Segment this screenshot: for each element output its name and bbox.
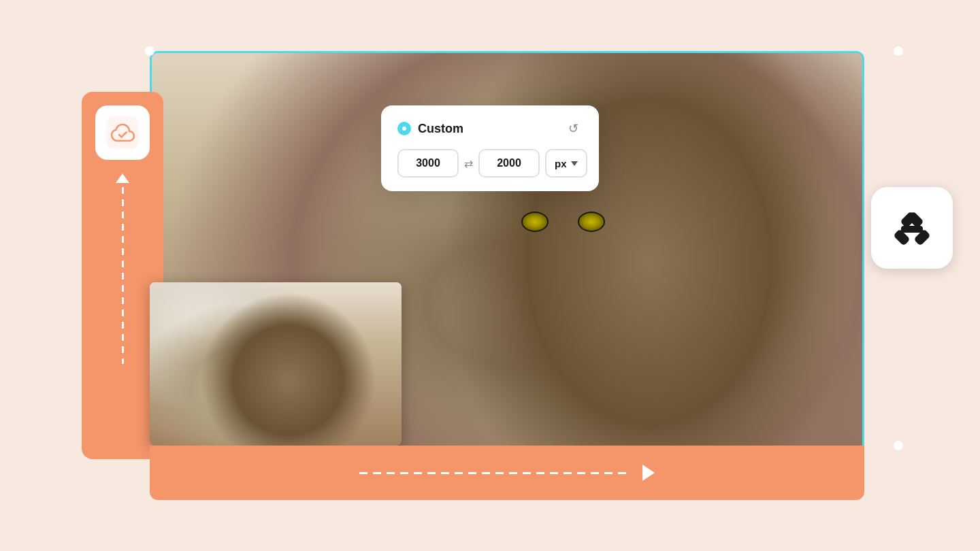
thumbnail-image bbox=[150, 282, 402, 446]
svg-rect-0 bbox=[106, 116, 139, 149]
chevron-down-icon bbox=[571, 161, 578, 166]
thumbnail-gradient bbox=[150, 282, 402, 446]
radio-dot-inner bbox=[402, 127, 406, 131]
reset-icon[interactable]: ↺ bbox=[564, 119, 583, 138]
link-icon: ⇄ bbox=[464, 157, 473, 170]
dashed-line-horizontal bbox=[359, 472, 632, 474]
corner-dot-top-left bbox=[145, 46, 154, 56]
resize-popup: Custom ↺ ⇄ px bbox=[381, 105, 599, 191]
custom-radio-button[interactable] bbox=[397, 122, 411, 135]
popup-title-row: Custom bbox=[397, 122, 463, 136]
corner-dot-top-right bbox=[894, 46, 903, 56]
popup-inputs: ⇄ px bbox=[397, 149, 583, 178]
cloud-upload-icon-box[interactable] bbox=[95, 105, 150, 160]
capcut-logo-box bbox=[871, 187, 953, 269]
bottom-bar bbox=[150, 446, 864, 500]
dashed-line-vertical bbox=[122, 187, 124, 364]
upload-arrow bbox=[116, 173, 129, 364]
svg-rect-5 bbox=[901, 226, 923, 233]
cloud-check-icon bbox=[106, 116, 139, 149]
thumbnail-cat bbox=[150, 282, 402, 446]
unit-label: px bbox=[555, 158, 567, 169]
unit-select[interactable]: px bbox=[545, 149, 587, 178]
height-input[interactable] bbox=[478, 149, 540, 178]
popup-title: Custom bbox=[418, 122, 463, 136]
width-input[interactable] bbox=[397, 149, 459, 178]
corner-dot-bottom-right bbox=[894, 441, 903, 450]
arrow-up-icon bbox=[116, 173, 129, 183]
main-container: Custom ↺ ⇄ px bbox=[82, 51, 898, 500]
capcut-logo-icon bbox=[888, 207, 936, 248]
arrow-right-icon bbox=[642, 465, 655, 481]
popup-header: Custom ↺ bbox=[397, 119, 583, 138]
